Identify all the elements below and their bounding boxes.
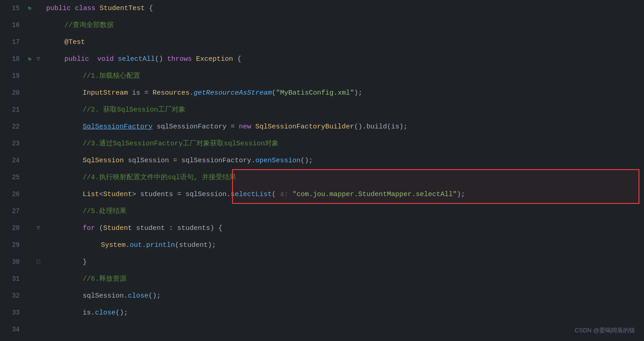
line-content-16: //查询全部数据 xyxy=(42,20,644,31)
line-content-20: InputStream is = Resources.getResourceAs… xyxy=(42,88,644,99)
line-num-17: 17 xyxy=(0,37,25,47)
gutter-18: ▽ xyxy=(34,54,42,64)
code-line-32: 32 sqlSession.close(); xyxy=(0,288,644,304)
line-num-20: 20 xyxy=(0,88,25,98)
line-num-31: 31 xyxy=(0,274,25,284)
code-line-27: 27 //5.处理结果 xyxy=(0,203,644,220)
code-line-24: 24 SqlSession sqlSession = sqlSessionFac… xyxy=(0,152,644,169)
line-num-28: 28 xyxy=(0,223,25,233)
line-num-21: 21 xyxy=(0,105,25,115)
code-editor: 15 ↻ public class StudentTest { 16 //查询全… xyxy=(0,0,644,341)
line-num-19: 19 xyxy=(0,71,25,81)
line-content-15: public class StudentTest { xyxy=(42,3,644,14)
line-content-27: //5.处理结果 xyxy=(42,206,644,217)
code-line-30: 30 □ } xyxy=(0,254,644,271)
line-content-21: //2. 获取SqlSession工厂对象 xyxy=(42,105,644,116)
line-content-31: //6.释放资源 xyxy=(42,274,644,285)
code-line-15: 15 ↻ public class StudentTest { xyxy=(0,0,644,17)
code-line-21: 21 //2. 获取SqlSession工厂对象 xyxy=(0,101,644,118)
line-num-33: 33 xyxy=(0,308,25,318)
line-num-27: 27 xyxy=(0,206,25,216)
line-content-17: @Test xyxy=(42,37,644,48)
code-line-28: 28 ▽ for (Student student : students) { xyxy=(0,220,644,237)
line-num-22: 22 xyxy=(0,122,25,132)
line-content-32: sqlSession.close(); xyxy=(42,291,644,302)
line-content-22: SqlSessionFactory sqlSessionFactory = ne… xyxy=(42,122,644,133)
line-num-34: 34 xyxy=(0,325,25,335)
line-content-23: //3.通过SqlSessionFactory工厂对象获取sqlSession对… xyxy=(42,139,644,149)
code-line-31: 31 //6.释放资源 xyxy=(0,271,644,288)
code-line-25: 25 //4.执行映射配置文件中的sql语句, 并接受结果 xyxy=(0,169,644,186)
line-content-28: for (Student student : students) { xyxy=(42,223,644,234)
code-line-17: 17 @Test xyxy=(0,34,644,51)
code-line-33: 33 is.close(); xyxy=(0,304,644,321)
line-icon-18: ↻ xyxy=(25,55,34,64)
csdn-watermark: CSDN @爱喝阔落的猫 xyxy=(575,326,635,336)
line-content-24: SqlSession sqlSession = sqlSessionFactor… xyxy=(42,155,644,166)
line-num-16: 16 xyxy=(0,20,25,30)
line-num-23: 23 xyxy=(0,139,25,149)
line-num-30: 30 xyxy=(0,257,25,267)
code-line-23: 23 //3.通过SqlSessionFactory工厂对象获取sqlSessi… xyxy=(0,135,644,152)
code-line-29: 29 System.out.println(student); xyxy=(0,237,644,254)
line-num-32: 32 xyxy=(0,291,25,301)
code-line-22: 22 SqlSessionFactory sqlSessionFactory =… xyxy=(0,118,644,135)
line-num-18: 18 xyxy=(0,54,25,64)
code-line-20: 20 InputStream is = Resources.getResourc… xyxy=(0,85,644,101)
line-content-30: } xyxy=(42,257,644,268)
line-num-15: 15 xyxy=(0,3,25,13)
line-content-29: System.out.println(student); xyxy=(42,240,644,251)
code-line-26: 26 List<Student> students = sqlSession.s… xyxy=(0,186,644,203)
line-content-25: //4.执行映射配置文件中的sql语句, 并接受结果 xyxy=(42,172,644,183)
line-num-24: 24 xyxy=(0,155,25,165)
line-num-26: 26 xyxy=(0,189,25,199)
gutter-30: □ xyxy=(34,257,42,267)
line-content-33: is.close(); xyxy=(42,308,644,319)
line-content-19: //1.加载核心配置 xyxy=(42,71,644,82)
code-line-16: 16 //查询全部数据 xyxy=(0,17,644,34)
code-line-34: 34 xyxy=(0,321,644,338)
line-num-25: 25 xyxy=(0,172,25,182)
code-line-19: 19 //1.加载核心配置 xyxy=(0,68,644,85)
line-num-29: 29 xyxy=(0,240,25,250)
line-icon-15: ↻ xyxy=(25,4,34,13)
line-content-26: List<Student> students = sqlSession.sele… xyxy=(42,189,644,200)
code-line-18: 18 ↻ ▽ public void selectAll() throws Ex… xyxy=(0,51,644,68)
line-content-18: public void selectAll() throws Exception… xyxy=(42,54,644,65)
gutter-28: ▽ xyxy=(34,224,42,233)
